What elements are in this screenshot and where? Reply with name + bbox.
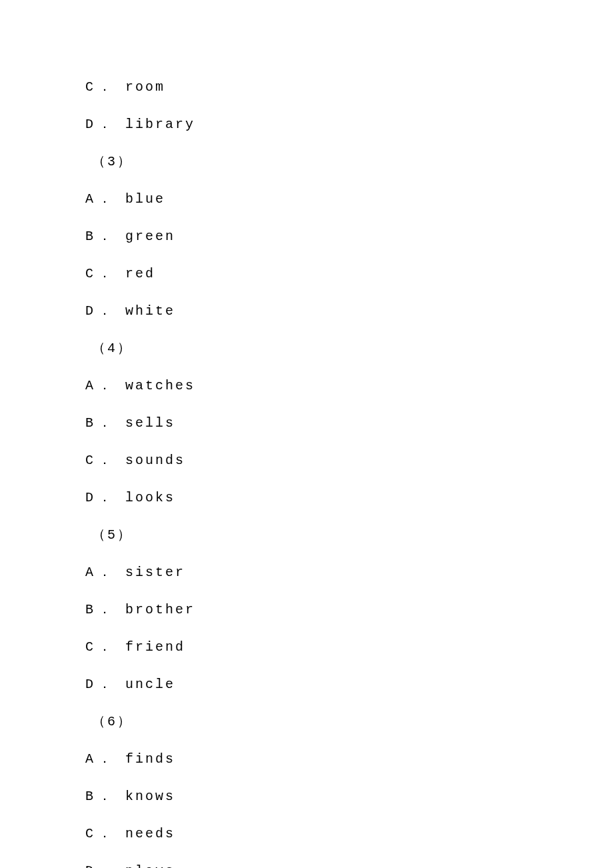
option-word: room [125, 79, 165, 96]
option-line: D．library [85, 116, 613, 133]
option-dot: ． [98, 116, 113, 133]
option-letter: C [85, 79, 95, 96]
option-letter: D [85, 489, 95, 507]
option-line: A．sister [85, 564, 613, 581]
option-word: white [125, 303, 175, 320]
option-letter: C [85, 825, 95, 843]
option-line: D．looks [85, 489, 613, 507]
option-letter: C [85, 639, 95, 656]
option-word: needs [125, 825, 175, 843]
option-letter: A [85, 751, 95, 768]
option-line: C．room [85, 79, 613, 96]
option-letter: D [85, 116, 95, 133]
option-letter: D [85, 863, 95, 868]
option-dot: ． [98, 452, 113, 469]
document-content: C．room D．library （3） A．blue B．green C．re… [0, 0, 613, 868]
option-word: sounds [125, 452, 185, 469]
option-word: brother [125, 601, 195, 619]
option-line: C．needs [85, 825, 613, 843]
option-line: C．friend [85, 639, 613, 656]
question-number: （6） [85, 713, 613, 731]
option-line: C．sounds [85, 452, 613, 469]
option-line: B．sells [85, 415, 613, 432]
option-dot: ． [98, 601, 113, 619]
option-letter: D [85, 303, 95, 320]
option-word: sister [125, 564, 185, 581]
option-word: library [125, 116, 195, 133]
question-number: （3） [85, 153, 613, 171]
option-word: looks [125, 489, 175, 507]
option-letter: C [85, 265, 95, 283]
option-dot: ． [98, 639, 113, 656]
option-dot: ． [98, 303, 113, 320]
option-dot: ． [98, 825, 113, 843]
option-line: B．brother [85, 601, 613, 619]
option-line: C．red [85, 265, 613, 283]
option-dot: ． [98, 676, 113, 693]
option-word: red [125, 265, 155, 283]
option-dot: ． [98, 377, 113, 395]
option-word: uncle [125, 676, 175, 693]
option-letter: A [85, 377, 95, 395]
option-word: blue [125, 191, 165, 208]
option-word: knows [125, 788, 175, 805]
option-line: A．blue [85, 191, 613, 208]
option-line: B．knows [85, 788, 613, 805]
option-dot: ． [98, 228, 113, 245]
question-number: （4） [85, 340, 613, 357]
option-dot: ． [98, 564, 113, 581]
option-word: friend [125, 639, 185, 656]
option-dot: ． [98, 265, 113, 283]
option-letter: A [85, 191, 95, 208]
option-letter: B [85, 415, 95, 432]
option-letter: B [85, 228, 95, 245]
option-dot: ． [98, 489, 113, 507]
option-word: finds [125, 751, 175, 768]
option-dot: ． [98, 788, 113, 805]
option-letter: B [85, 788, 95, 805]
option-line: A．finds [85, 751, 613, 768]
option-word: sells [125, 415, 175, 432]
option-dot: ． [98, 863, 113, 868]
option-letter: C [85, 452, 95, 469]
option-line: A．watches [85, 377, 613, 395]
question-number: （5） [85, 527, 613, 544]
option-dot: ． [98, 751, 113, 768]
option-line: B．green [85, 228, 613, 245]
option-letter: B [85, 601, 95, 619]
option-letter: A [85, 564, 95, 581]
option-letter: D [85, 676, 95, 693]
option-dot: ． [98, 79, 113, 96]
option-dot: ． [98, 191, 113, 208]
option-word: plays [125, 863, 175, 868]
option-line: D．plays [85, 863, 613, 868]
option-line: D．white [85, 303, 613, 320]
option-line: D．uncle [85, 676, 613, 693]
option-word: green [125, 228, 175, 245]
option-dot: ． [98, 415, 113, 432]
option-word: watches [125, 377, 195, 395]
